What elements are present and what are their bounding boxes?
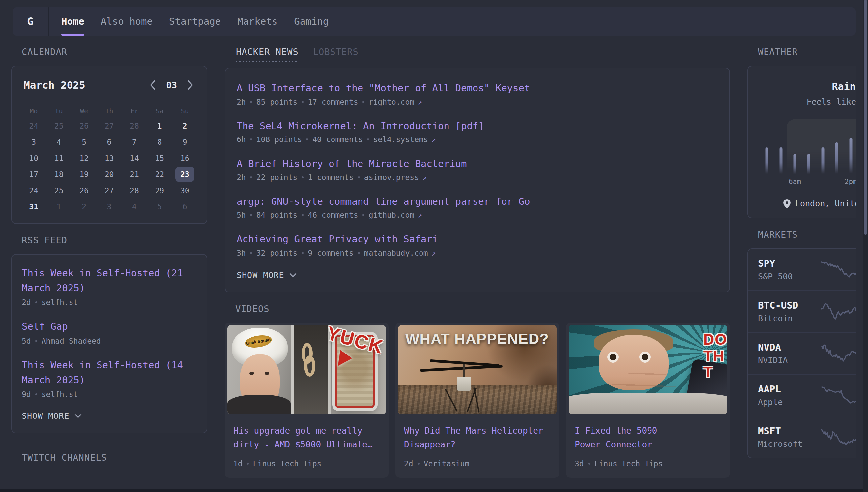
news-item-title[interactable]: A Brief History of the Miracle Bacterium [237, 157, 718, 171]
video-title-line[interactable]: Disappear? [404, 438, 551, 452]
dot-separator [418, 463, 420, 465]
external-link-icon[interactable]: ↗ [422, 173, 427, 182]
dot-separator [306, 139, 308, 141]
video-title-line[interactable]: I Fixed the 5090 [575, 424, 721, 438]
calendar-day: 28 [122, 118, 147, 134]
twitch-section-label: TWITCH CHANNELS [22, 452, 207, 463]
calendar-day: 17 [21, 166, 46, 182]
video-title[interactable]: I Fixed the 5090Power Connector [575, 424, 721, 451]
weather-location: London, United Kingdom [760, 199, 856, 208]
video-title[interactable]: Why Did The Mars HelicopterDisappear? [404, 424, 551, 451]
rss-title-line[interactable]: This Week in Self-Hosted (14 [22, 358, 197, 373]
news-item-domain[interactable]: github.com [369, 211, 414, 219]
rss-show-more-button[interactable]: SHOW MORE [22, 411, 82, 421]
news-item-domain[interactable]: matanabudy.com [364, 249, 428, 257]
calendar-prev-button[interactable] [148, 78, 158, 92]
video-age: 2d [404, 459, 413, 468]
news-item-domain[interactable]: asimov.press [364, 173, 419, 182]
news-item-title[interactable]: Achieving Great Privacy with Safari [237, 232, 718, 246]
nav-tab[interactable]: Markets [237, 7, 278, 35]
market-row[interactable]: AAPL Apple +1.95% $218.27 [748, 374, 856, 416]
video-age: 3d [575, 459, 584, 468]
calendar-day: 3 [97, 198, 122, 215]
news-item-points: 22 points [256, 173, 297, 182]
video-title-line[interactable]: His upgrade got me really [233, 424, 380, 438]
news-source-tab-label: LOBSTERS [313, 47, 359, 57]
news-source-tab[interactable]: HACKER NEWS [236, 47, 298, 62]
nav-tab[interactable]: Startpage [169, 7, 221, 35]
rss-title-line[interactable]: This Week in Self-Hosted (21 [22, 266, 197, 280]
rss-item-meta: 2d selfh.st [22, 298, 197, 307]
video-thumbnail[interactable]: WHAT HAPPENED? [398, 325, 557, 414]
video-thumbnail[interactable]: DOTHT [569, 325, 727, 414]
market-row[interactable]: NVDA NVIDIA -0.70% $117.70 [748, 332, 856, 374]
market-row[interactable]: BTC-USD Bitcoin +1.39% $84,999.29 [748, 290, 856, 332]
weather-hour-label: 2pm [845, 178, 856, 186]
market-symbol: SPY [758, 258, 820, 269]
video-title-line[interactable]: Why Did The Mars Helicopter [404, 424, 551, 438]
news-item-comments[interactable]: 17 comments [308, 98, 358, 106]
video-title[interactable]: His upgrade got me reallydirty - AMD $50… [233, 424, 380, 451]
external-link-icon[interactable]: ↗ [431, 249, 436, 257]
markets-widget: SPY S&P 500 -0.27% $563.98 BTC-USD Bitco… [747, 248, 856, 458]
dot-separator [363, 101, 365, 103]
news-item-title[interactable]: A USB Interface to the "Mother of All De… [237, 81, 718, 95]
calendar-day: 7 [122, 134, 147, 150]
market-symbol: MSFT [758, 425, 820, 437]
 [607, 351, 619, 363]
news-item-comments[interactable]: 46 comments [308, 211, 358, 219]
rss-item-title[interactable]: Self Gap [22, 319, 197, 334]
video-title-line[interactable]: dirty - AMD $5000 Ultimate… [233, 438, 380, 452]
nav-tab-label: Gaming [294, 16, 328, 27]
scrollbar-track[interactable] [863, 0, 868, 492]
calendar-day: 25 [46, 118, 71, 134]
external-link-icon[interactable]: ↗ [431, 135, 436, 144]
news-source-tab[interactable]: LOBSTERS [313, 47, 359, 57]
nav-tab[interactable]: Gaming [294, 7, 328, 35]
calendar-day: 1 [46, 198, 71, 215]
news-item-comments[interactable]: 9 comments [308, 249, 353, 257]
video-card[interactable]: WHAT HAPPENED? Why Did The Mars Helicopt… [395, 322, 559, 478]
calendar-weekday: Th [97, 107, 122, 115]
right-column: WEATHER Rain Feels like 11°C 12° 6am2pm1… [747, 35, 856, 492]
calendar-next-button[interactable] [186, 78, 195, 92]
chevron-down-icon [289, 272, 297, 278]
news-item-age: 6h [237, 135, 246, 144]
rss-title-line[interactable]: March 2025) [22, 373, 197, 388]
rss-title-line[interactable]: March 2025) [22, 280, 197, 295]
calendar-weekday: Tu [46, 107, 71, 115]
video-card[interactable]: YUCKGeek Squad His upgrade got me really… [225, 322, 389, 478]
nav-tab[interactable]: Also home [101, 7, 153, 35]
video-thumbnail[interactable]: YUCKGeek Squad [227, 325, 386, 414]
news-items: A USB Interface to the "Mother of All De… [237, 81, 718, 257]
calendar-day: 27 [97, 182, 122, 198]
video-card[interactable]: DOTHT I Fixed the 5090Power Connector 3d… [566, 322, 730, 478]
weather-hour-label: 6am [789, 178, 801, 186]
news-item-title[interactable]: The SeL4 Microkernel: An Introduction [p… [237, 119, 718, 133]
news-item: The SeL4 Microkernel: An Introduction [p… [237, 119, 718, 144]
news-show-more-button[interactable]: SHOW MORE [237, 270, 297, 280]
calendar-day: 3 [21, 134, 46, 150]
market-row[interactable]: SPY S&P 500 -0.27% $563.98 [748, 249, 856, 290]
external-link-icon[interactable]: ↗ [418, 98, 422, 106]
market-sparkline [820, 428, 856, 446]
market-row[interactable]: MSFT Microsoft +1.14% $391.26 [748, 416, 856, 458]
news-item-domain[interactable]: sel4.systems [373, 135, 428, 144]
rss-item-title[interactable]: This Week in Self-Hosted (21March 2025) [22, 266, 197, 295]
dot-separator [250, 214, 252, 216]
dot-separator [247, 463, 249, 465]
nav-tab[interactable]: Home [61, 7, 84, 35]
video-title-line[interactable]: Power Connector [575, 438, 721, 452]
rss-item-title[interactable]: This Week in Self-Hosted (14March 2025) [22, 358, 197, 388]
news-item-age: 2h [237, 173, 246, 182]
external-link-icon[interactable]: ↗ [418, 211, 422, 219]
dot-separator [301, 252, 304, 254]
rss-title-line[interactable]: Self Gap [22, 319, 197, 334]
rss-item: Self Gap 5d Ahmad Shadeed [22, 319, 197, 345]
news-item-comments[interactable]: 40 comments [312, 135, 363, 144]
scrollbar-thumb[interactable] [864, 0, 867, 235]
mars-ground-graphic [398, 385, 557, 414]
news-item-title[interactable]: argp: GNU-style command line argument pa… [237, 195, 718, 208]
news-item-domain[interactable]: righto.com [369, 98, 414, 106]
news-item-comments[interactable]: 1 comments [308, 173, 353, 182]
